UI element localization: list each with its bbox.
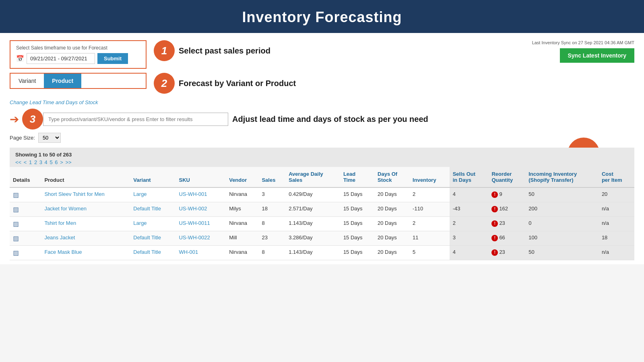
col-product: Product [41, 167, 130, 187]
cell-incoming: 100 [525, 231, 599, 246]
chart-icon[interactable]: ▨ [13, 235, 19, 242]
sku-link[interactable]: US-WH-0011 [179, 220, 210, 226]
cell-reorder-qty: !9 [488, 187, 525, 202]
error-icon: ! [491, 191, 498, 198]
variant-link[interactable]: Large [133, 191, 147, 197]
cell-variant: Default Title [130, 246, 175, 260]
step1-box: Select Sales timeframe to use for Foreca… [10, 40, 147, 69]
cell-inventory: -110 [409, 202, 450, 217]
chart-icon[interactable]: ▨ [13, 206, 19, 213]
table-row: ▨ Face Mask Blue Default Title WH-001 Ni… [10, 246, 634, 260]
step3-description: Adjust lead time and days of stock as pe… [232, 115, 428, 124]
cell-sales: 3 [258, 187, 285, 202]
variant-link[interactable]: Default Title [133, 249, 161, 255]
pagination-first[interactable]: << [15, 159, 21, 165]
product-link[interactable]: Jeans Jacket [44, 234, 75, 241]
step2-row: Variant Product 2 Forecast by Variant or… [10, 73, 634, 94]
col-details: Details [10, 167, 41, 187]
cell-product: Tshirt for Men [41, 217, 130, 231]
sku-link[interactable]: WH-001 [179, 249, 198, 255]
pagination-page-5[interactable]: 5 [50, 159, 52, 165]
cell-sku: WH-001 [175, 246, 226, 260]
chart-icon[interactable]: ▨ [13, 249, 19, 256]
pagination-page-1[interactable]: 1 [29, 159, 32, 165]
cell-details: ▨ [10, 202, 41, 217]
pagination-page-3[interactable]: 3 [39, 159, 42, 165]
product-link[interactable]: Tshirt for Men [44, 220, 76, 226]
product-link[interactable]: Short Sleev Tshirt for Men [44, 191, 104, 197]
cell-sales: 8 [258, 246, 285, 260]
col-vendor: Vendor [226, 167, 258, 187]
sku-link[interactable]: US-WH-0022 [179, 234, 210, 241]
cell-sells-out: 4 [450, 246, 489, 260]
step1-annotation: 1 Select past sales period [154, 40, 270, 61]
submit-button[interactable]: Submit [97, 53, 128, 64]
pagination-page-4[interactable]: 4 [45, 159, 47, 165]
tab-variant[interactable]: Variant [10, 74, 44, 88]
pagination-page-6[interactable]: 6 [55, 159, 58, 165]
cell-inventory: 2 [409, 217, 450, 231]
pagination-next[interactable]: > [60, 159, 63, 165]
date-input[interactable] [27, 53, 95, 64]
table-row: ▨ Jeans Jacket Default Title US-WH-0022 … [10, 231, 634, 246]
pagination-prev[interactable]: < [24, 159, 27, 165]
inventory-table: Details Product Variant SKU Vendor Sales… [10, 167, 634, 260]
sku-link[interactable]: US-WH-001 [179, 191, 207, 197]
cell-days-of-stock: 20 Days [374, 231, 409, 246]
cell-days-of-stock: 20 Days [374, 217, 409, 231]
sku-link[interactable]: US-WH-002 [179, 206, 207, 212]
variant-link[interactable]: Default Title [133, 234, 161, 241]
cell-days-of-stock: 20 Days [374, 202, 409, 217]
lead-time-link-row: Change Lead Time and Days of Stock [10, 97, 634, 109]
col-reorder-qty: ReorderQuantity [488, 167, 525, 187]
table-row: ▨ Short Sleev Tshirt for Men Large US-WH… [10, 187, 634, 202]
sync-button[interactable]: Sync Latest Inventory [560, 48, 635, 63]
tab-product[interactable]: Product [44, 74, 81, 88]
cell-details: ▨ [10, 217, 41, 231]
chart-icon[interactable]: ▨ [13, 220, 19, 227]
cell-vendor: Nirvana [226, 187, 258, 202]
cell-incoming: 200 [525, 202, 599, 217]
col-cost: Costper Item [599, 167, 634, 187]
step2-circle: 2 [154, 73, 175, 94]
table-row: ▨ Jacket for Women Default Title US-WH-0… [10, 202, 634, 217]
error-icon: ! [491, 206, 498, 212]
pagination-last[interactable]: >> [65, 159, 71, 165]
date-row: 📅 Submit [16, 53, 140, 64]
cell-sells-out: -43 [450, 202, 489, 217]
cell-lead-time: 15 Days [340, 202, 374, 217]
error-icon: ! [491, 235, 498, 241]
cell-days-of-stock: 20 Days [374, 187, 409, 202]
calendar-icon: 📅 [16, 55, 24, 62]
showing-text: Showing 1 to 50 of 263 [15, 152, 629, 158]
cell-avg-daily-sales: 2.571/Day [285, 202, 340, 217]
filter-input[interactable] [43, 113, 228, 126]
product-link[interactable]: Jacket for Women [44, 206, 87, 212]
cell-lead-time: 15 Days [340, 187, 374, 202]
cell-details: ▨ [10, 246, 41, 260]
col-inventory: Inventory [409, 167, 450, 187]
cell-product: Face Mask Blue [41, 246, 130, 260]
step3-row: ➔ 3 Adjust lead time and days of stock a… [10, 109, 634, 130]
cell-vendor: Nirvana [226, 217, 258, 231]
page-size-label: Page Size: [10, 135, 35, 141]
lead-time-link[interactable]: Change Lead Time and Days of Stock [10, 99, 98, 105]
cell-sales: 18 [258, 202, 285, 217]
page-size-select[interactable]: 10 25 50 100 [38, 133, 61, 143]
variant-link[interactable]: Default Title [133, 206, 161, 212]
cell-product: Short Sleev Tshirt for Men [41, 187, 130, 202]
chart-icon[interactable]: ▨ [13, 191, 19, 198]
sync-area: Last Inventory Sync on 27 Sep 2021 04:36… [532, 40, 634, 63]
cell-details: ▨ [10, 187, 41, 202]
cell-details: ▨ [10, 231, 41, 246]
product-link[interactable]: Face Mask Blue [44, 249, 82, 255]
cell-avg-daily-sales: 3.286/Day [285, 231, 340, 246]
cell-sku: US-WH-002 [175, 202, 226, 217]
variant-link[interactable]: Large [133, 220, 147, 226]
col-sku: SKU [175, 167, 226, 187]
cell-sells-out: 3 [450, 231, 489, 246]
step3-circle: 3 [22, 109, 43, 130]
cell-sku: US-WH-001 [175, 187, 226, 202]
pagination-links: << < 1 2 3 4 5 6 > >> [15, 159, 629, 165]
pagination-page-2[interactable]: 2 [34, 159, 37, 165]
